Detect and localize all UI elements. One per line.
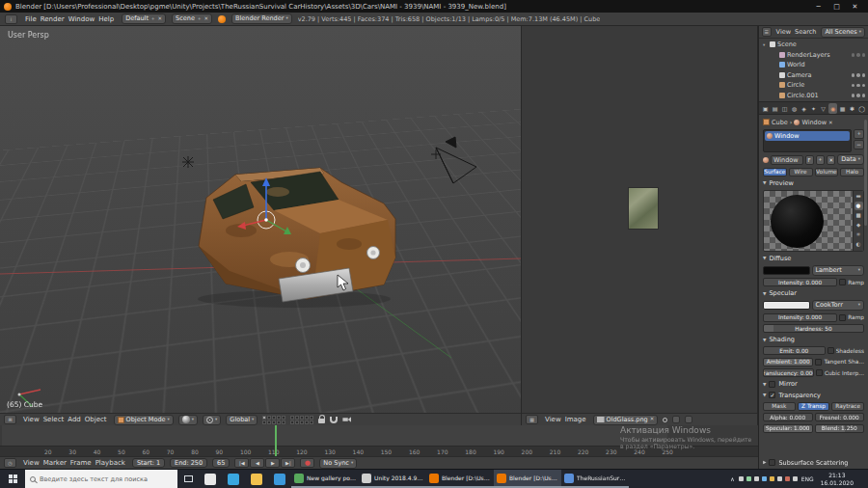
viewport-menu-item[interactable]: Select xyxy=(41,416,67,423)
minimize-button[interactable]: ─ xyxy=(809,3,827,11)
collapse-triangle-icon[interactable]: ▼ xyxy=(763,338,766,342)
link-data-selector[interactable]: Data ▾ xyxy=(837,154,864,165)
viewport-shading-selector[interactable]: ▾ xyxy=(178,415,198,425)
scene-selector[interactable]: Scene ＋ ✕ xyxy=(172,14,212,24)
collapse-triangle-icon[interactable]: ▼ xyxy=(763,393,766,397)
image-datablock-selector[interactable]: OldGlass.png ✕ xyxy=(593,415,659,425)
restriction-toggles[interactable] xyxy=(852,94,867,97)
outliner[interactable]: ☰ ViewSearch All Scenes ▾ ▾ Scene xyxy=(759,26,868,102)
taskbar-window-button[interactable]: New gallery posts... xyxy=(291,470,359,488)
record-button[interactable]: ● xyxy=(300,458,314,468)
menu-item[interactable]: Window xyxy=(67,15,97,23)
pinned-app-button[interactable] xyxy=(199,470,222,488)
viewport-menu-item[interactable]: Object xyxy=(83,416,109,423)
transport-button[interactable]: ▶ xyxy=(265,458,280,468)
image-editor-menu-item[interactable]: Image xyxy=(563,416,588,423)
preview-monkey-button[interactable]: ◆ xyxy=(854,221,863,230)
transparency-specular-slider[interactable]: Specular: 1.000 xyxy=(763,424,813,433)
close-button[interactable]: ✕ xyxy=(846,3,864,11)
fresnel-slider[interactable]: Fresnel: 0.000 xyxy=(815,413,865,421)
shadeless-checkbox[interactable] xyxy=(827,347,834,354)
material-slot-list[interactable]: Window xyxy=(763,129,852,152)
editor-type-3dview-icon[interactable]: ⊞ xyxy=(4,415,16,424)
menu-item[interactable]: File xyxy=(23,15,39,23)
specular-intensity-slider[interactable]: Intensity: 0.000 xyxy=(763,313,837,322)
timeline[interactable]: 2030405060708090100110120130140150160170… xyxy=(0,425,758,469)
image-editor-menu-item[interactable]: View xyxy=(543,416,563,423)
preview-flat-button[interactable]: ▬ xyxy=(854,192,863,201)
add-slot-button[interactable]: ＋ xyxy=(854,129,864,139)
editor-type-outliner-icon[interactable]: ☰ xyxy=(762,27,772,37)
breadcrumb-material[interactable]: Window xyxy=(801,119,827,126)
viewport-canvas[interactable]: User Persp (65) Cube xyxy=(0,26,521,413)
mirror-checkbox[interactable] xyxy=(769,381,775,388)
specular-color-swatch[interactable] xyxy=(763,301,810,310)
transport-button[interactable]: ▶| xyxy=(281,458,295,468)
menu-item[interactable]: Render xyxy=(39,15,67,23)
end-frame-field[interactable]: End: 250 xyxy=(170,458,207,468)
material-type-button[interactable]: Wire xyxy=(789,168,813,176)
task-view-button[interactable] xyxy=(177,470,199,488)
alpha-slider[interactable]: Alpha: 0.000 xyxy=(763,413,813,421)
remove-slot-button[interactable]: − xyxy=(854,140,864,149)
collapse-triangle-icon[interactable]: ▼ xyxy=(763,180,766,185)
pivot-selector[interactable]: ▾ xyxy=(203,415,221,425)
pinned-app-button[interactable] xyxy=(245,470,268,488)
mirror-section-header[interactable]: ▼ Mirror xyxy=(763,380,864,389)
properties-tab[interactable]: ◉ xyxy=(828,103,837,114)
properties-tab[interactable]: ◈ xyxy=(800,103,808,114)
timeline-track[interactable]: 2030405060708090100110120130140150160170… xyxy=(0,425,758,456)
sss-checkbox[interactable] xyxy=(769,459,775,466)
transparency-mode-button[interactable]: Raytrace xyxy=(831,402,864,411)
preview-hair-button[interactable]: ✳ xyxy=(854,230,863,239)
diffuse-intensity-slider[interactable]: Intensity: 0.000 xyxy=(763,278,837,286)
tray-icon[interactable] xyxy=(746,476,751,481)
add-scene-icon[interactable]: ＋ xyxy=(197,16,203,22)
language-indicator[interactable]: ENG xyxy=(801,475,814,482)
start-frame-field[interactable]: Start: 1 xyxy=(132,458,165,468)
breadcrumb-close-icon[interactable]: ✕ xyxy=(828,120,833,125)
outliner-row[interactable]: RenderLayers xyxy=(761,50,866,61)
tray-icon[interactable] xyxy=(770,476,774,481)
specular-ramp-checkbox[interactable] xyxy=(839,314,846,321)
properties-tab[interactable]: ◫ xyxy=(780,103,789,114)
image-tools-icon[interactable] xyxy=(685,416,692,423)
specular-shader-selector[interactable]: CookTorr ▾ xyxy=(812,300,865,311)
properties-editor[interactable]: ▣ ▤ ◫ ◍ ◈ ✦ ▽ ◉ ▦ ✱ ◯ xyxy=(759,102,868,469)
diffuse-shader-selector[interactable]: Lambert ▾ xyxy=(812,265,865,276)
properties-tab[interactable]: ◍ xyxy=(790,103,799,114)
taskbar-window-button[interactable]: TheRussianSurviv... xyxy=(561,470,629,488)
editor-type-info-icon[interactable]: i xyxy=(5,14,17,24)
breadcrumb-object[interactable]: Cube xyxy=(772,119,788,126)
mode-selector[interactable]: Object Mode ▾ xyxy=(114,415,174,425)
tray-icon[interactable] xyxy=(762,476,767,481)
properties-tab[interactable]: ✦ xyxy=(809,103,818,114)
preview-sphere-button[interactable]: ● xyxy=(854,202,863,210)
layers-grid-1[interactable] xyxy=(262,416,285,424)
properties-scrollbar[interactable] xyxy=(864,120,867,226)
emit-slider[interactable]: Emit: 0.00 xyxy=(763,346,826,355)
timeline-menu-item[interactable]: Marker xyxy=(41,459,68,467)
collapse-triangle-icon[interactable]: ▼ xyxy=(762,461,767,464)
taskbar-window-button[interactable]: Unity 2018.4.9f1 P... xyxy=(359,470,426,488)
restriction-toggles[interactable] xyxy=(852,84,867,88)
timeline-menu-item[interactable]: View xyxy=(21,459,41,467)
properties-tab[interactable]: ▤ xyxy=(771,103,779,114)
transparency-section-header[interactable]: ▼ ✓ Transparency xyxy=(763,391,864,399)
remove-layout-icon[interactable]: ✕ xyxy=(157,16,162,22)
diffuse-color-swatch[interactable] xyxy=(763,266,810,275)
sync-selector[interactable]: No Sync ▾ xyxy=(319,458,357,469)
material-slot-selected[interactable]: Window xyxy=(765,131,850,141)
transparency-mode-button[interactable]: Z Transp xyxy=(798,402,830,411)
pinned-app-button[interactable] xyxy=(268,470,291,488)
pin-icon[interactable] xyxy=(663,418,667,422)
editor-type-image-icon[interactable]: ▦ xyxy=(526,415,538,424)
remove-scene-icon[interactable]: ✕ xyxy=(203,16,208,22)
blend-slider[interactable]: Blend: 1.250 xyxy=(815,424,865,433)
menu-item[interactable]: Help xyxy=(96,15,116,23)
outliner-scope-selector[interactable]: All Scenes ▾ xyxy=(821,27,865,38)
tray-icon[interactable] xyxy=(785,476,790,481)
editor-type-timeline-icon[interactable]: ◷ xyxy=(4,458,16,468)
timeline-menu-item[interactable]: Frame xyxy=(68,459,94,467)
properties-tab[interactable]: ▣ xyxy=(761,103,770,114)
